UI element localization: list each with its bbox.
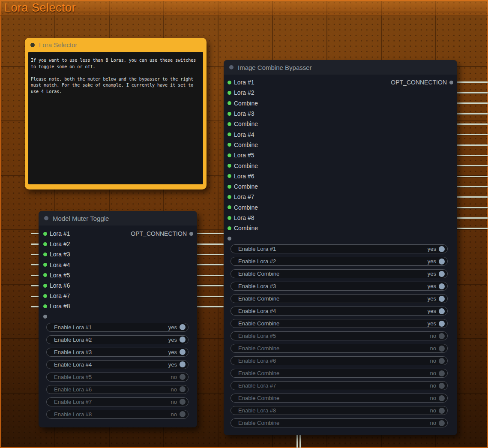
input-slot-lora-1[interactable]: Lora #1 bbox=[39, 229, 197, 239]
input-slot-combine[interactable]: Combine bbox=[224, 140, 457, 150]
toggle-label: Enable Lora #4 bbox=[238, 308, 428, 314]
toggle-value: no bbox=[430, 407, 436, 414]
input-slot-lora-4[interactable]: Lora #4 bbox=[39, 260, 197, 270]
note-node-header[interactable]: Lora Selector bbox=[25, 38, 207, 52]
toggle-enable-lora-2[interactable]: Enable Lora #2yes bbox=[231, 257, 448, 266]
input-slot-lora-2[interactable]: Lora #2 bbox=[224, 87, 457, 98]
node-graph-canvas[interactable]: Lora Selector Lora Selector If you want … bbox=[0, 0, 488, 448]
toggle-enable-lora-1[interactable]: Enable Lora #1yes bbox=[46, 323, 189, 332]
input-slot-lora-2[interactable]: Lora #2 bbox=[39, 239, 197, 249]
toggle-enable-lora-2[interactable]: Enable Lora #2yes bbox=[46, 335, 189, 344]
input-dot-icon[interactable] bbox=[43, 284, 47, 288]
toggle-enable-combine[interactable]: Enable Combineno bbox=[231, 418, 448, 427]
toggle-enable-lora-6[interactable]: Enable Lora #6no bbox=[231, 356, 448, 365]
input-dot-icon[interactable] bbox=[43, 273, 47, 277]
toggle-enable-lora-7[interactable]: Enable Lora #7no bbox=[231, 381, 448, 390]
note-node[interactable]: Lora Selector If you want to use less th… bbox=[25, 38, 207, 189]
input-dot-icon[interactable] bbox=[228, 164, 231, 168]
input-slot-label: Lora #3 bbox=[50, 251, 70, 258]
toggle-knob-icon bbox=[439, 420, 445, 426]
input-slot-unconnected[interactable] bbox=[39, 312, 197, 322]
link-wire bbox=[454, 81, 488, 83]
model-muter-toggle-node[interactable]: Model Muter Toggle OPT_CONNECTION Lora #… bbox=[39, 211, 197, 427]
input-dot-icon[interactable] bbox=[228, 122, 231, 126]
toggle-enable-lora-5[interactable]: Enable Lora #5no bbox=[231, 331, 448, 340]
input-slot-combine[interactable]: Combine bbox=[224, 223, 457, 233]
input-dot-icon[interactable] bbox=[228, 237, 231, 241]
input-dot-icon[interactable] bbox=[228, 185, 231, 189]
input-slot-lora-3[interactable]: Lora #3 bbox=[224, 108, 457, 119]
input-dot-icon[interactable] bbox=[228, 143, 231, 147]
toggle-enable-lora-8[interactable]: Enable Lora #8no bbox=[46, 410, 189, 419]
toggle-enable-lora-4[interactable]: Enable Lora #4yes bbox=[231, 307, 448, 316]
toggle-enable-lora-5[interactable]: Enable Lora #5no bbox=[46, 373, 189, 382]
link-wire bbox=[193, 254, 224, 255]
input-dot-icon[interactable] bbox=[43, 242, 47, 246]
input-slot-lora-3[interactable]: Lora #3 bbox=[39, 249, 197, 259]
toggle-enable-lora-6[interactable]: Enable Lora #6no bbox=[46, 385, 189, 394]
input-slot-label: Lora #8 bbox=[50, 303, 70, 310]
toggle-knob-icon bbox=[180, 399, 186, 405]
note-node-text[interactable]: If you want to use less than 8 Loras, yo… bbox=[28, 52, 203, 184]
input-dot-icon[interactable] bbox=[228, 226, 231, 230]
image-combine-bypasser-node[interactable]: Image Combine Bypasser OPT_CONNECTION Lo… bbox=[224, 60, 457, 435]
toggle-enable-combine[interactable]: Enable Combineno bbox=[231, 344, 448, 353]
toggle-enable-combine[interactable]: Enable Combineyes bbox=[231, 269, 448, 278]
input-slot-combine[interactable]: Combine bbox=[224, 160, 457, 171]
input-dot-icon[interactable] bbox=[228, 195, 231, 199]
link-wire bbox=[299, 434, 301, 448]
link-wire bbox=[455, 92, 488, 93]
input-dot-icon[interactable] bbox=[228, 132, 231, 136]
toggle-value: no bbox=[430, 333, 436, 339]
input-slot-lora-5[interactable]: Lora #5 bbox=[224, 150, 457, 160]
input-dot-icon[interactable] bbox=[43, 232, 47, 236]
toggle-label: Enable Lora #1 bbox=[54, 324, 168, 331]
input-slot-lora-8[interactable]: Lora #8 bbox=[39, 301, 197, 311]
input-slot-combine[interactable]: Combine bbox=[224, 119, 457, 129]
input-dot-icon[interactable] bbox=[228, 174, 231, 178]
link-wire bbox=[193, 296, 224, 297]
input-dot-icon[interactable] bbox=[228, 205, 231, 209]
toggle-enable-lora-1[interactable]: Enable Lora #1yes bbox=[231, 244, 448, 253]
toggle-knob-icon bbox=[439, 333, 445, 339]
input-slot-lora-6[interactable]: Lora #6 bbox=[224, 171, 457, 181]
input-slot-lora-6[interactable]: Lora #6 bbox=[39, 280, 197, 291]
input-slot-combine[interactable]: Combine bbox=[224, 181, 457, 192]
input-dot-icon[interactable] bbox=[43, 315, 47, 319]
input-slot-lora-8[interactable]: Lora #8 bbox=[224, 213, 457, 223]
toggle-enable-combine[interactable]: Enable Combineno bbox=[231, 369, 448, 378]
input-slot-lora-7[interactable]: Lora #7 bbox=[224, 192, 457, 202]
input-dot-icon[interactable] bbox=[43, 263, 47, 267]
toggle-value: yes bbox=[428, 320, 436, 327]
input-dot-icon[interactable] bbox=[228, 216, 231, 220]
input-dot-icon[interactable] bbox=[43, 294, 47, 298]
toggle-enable-combine[interactable]: Enable Combineno bbox=[231, 394, 448, 403]
input-dot-icon[interactable] bbox=[228, 101, 231, 105]
node-header[interactable]: Model Muter Toggle bbox=[39, 211, 197, 226]
toggle-enable-lora-3[interactable]: Enable Lora #3yes bbox=[46, 348, 189, 357]
note-node-title: Lora Selector bbox=[39, 41, 77, 48]
link-wire bbox=[455, 217, 488, 219]
input-dot-icon[interactable] bbox=[43, 304, 47, 308]
toggle-enable-lora-3[interactable]: Enable Lora #3yes bbox=[231, 282, 448, 291]
node-header[interactable]: Image Combine Bypasser bbox=[224, 60, 457, 75]
input-slot-combine[interactable]: Combine bbox=[224, 202, 457, 213]
toggle-enable-combine[interactable]: Enable Combineyes bbox=[231, 319, 448, 328]
toggle-enable-lora-4[interactable]: Enable Lora #4yes bbox=[46, 360, 189, 369]
toggle-knob-icon bbox=[439, 346, 445, 352]
input-slot-lora-7[interactable]: Lora #7 bbox=[39, 291, 197, 301]
input-dot-icon[interactable] bbox=[228, 81, 231, 84]
input-dot-icon[interactable] bbox=[228, 153, 231, 157]
input-slot-lora-4[interactable]: Lora #4 bbox=[224, 129, 457, 139]
toggle-label: Enable Lora #8 bbox=[238, 407, 430, 414]
input-slot-combine[interactable]: Combine bbox=[224, 98, 457, 108]
toggle-enable-lora-7[interactable]: Enable Lora #7no bbox=[46, 397, 189, 406]
input-slot-lora-5[interactable]: Lora #5 bbox=[39, 270, 197, 280]
input-dot-icon[interactable] bbox=[228, 91, 231, 95]
input-slot-lora-1[interactable]: Lora #1 bbox=[224, 77, 457, 87]
input-slot-unconnected[interactable] bbox=[224, 233, 457, 244]
input-dot-icon[interactable] bbox=[228, 112, 231, 116]
toggle-enable-lora-8[interactable]: Enable Lora #8no bbox=[231, 406, 448, 415]
input-dot-icon[interactable] bbox=[43, 253, 47, 256]
toggle-enable-combine[interactable]: Enable Combineyes bbox=[231, 294, 448, 303]
